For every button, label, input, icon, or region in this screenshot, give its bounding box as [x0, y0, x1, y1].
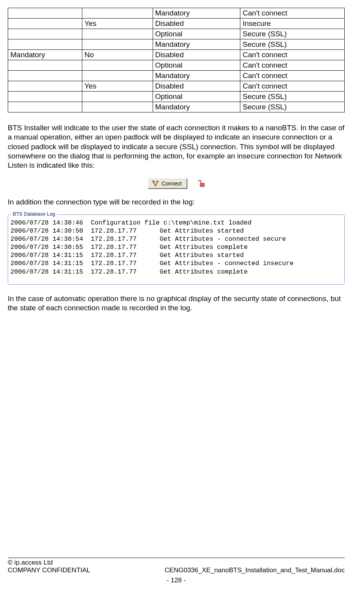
table-cell: Optional	[153, 60, 240, 71]
table-row: MandatorySecure (SSL)	[8, 102, 345, 112]
table-row: OptionalSecure (SSL)	[8, 29, 345, 39]
table-cell: Can't connect	[240, 50, 344, 60]
table-cell: Insecure	[240, 19, 344, 29]
table-row: MandatoryCan't connect	[8, 8, 345, 19]
table-cell: Mandatory	[153, 102, 240, 112]
table-cell: Yes	[82, 19, 153, 29]
svg-rect-1	[156, 181, 158, 182]
table-cell: Disabled	[153, 81, 240, 92]
connect-panel: Connect	[137, 178, 216, 189]
table-cell: Mandatory	[8, 50, 82, 60]
table-cell: Can't connect	[240, 81, 344, 92]
svg-rect-8	[201, 184, 204, 186]
paragraph-2: In addition the connection type will be …	[8, 197, 345, 207]
table-cell: Disabled	[153, 50, 240, 60]
svg-rect-0	[153, 181, 155, 182]
log-legend: BTS Database Log	[11, 211, 57, 217]
log-content: 2006/07/28 14:30:46 Configuration file c…	[10, 219, 342, 276]
table-cell: Can't connect	[240, 8, 344, 19]
table-row: MandatorySecure (SSL)	[8, 39, 345, 50]
table-cell: Mandatory	[153, 8, 240, 19]
table-cell	[82, 60, 153, 71]
table-cell: Mandatory	[153, 39, 240, 50]
table-cell: Secure (SSL)	[240, 102, 344, 112]
table-cell	[8, 92, 82, 102]
table-cell	[82, 92, 153, 102]
table-cell: Can't connect	[240, 71, 344, 81]
network-tree-icon	[152, 180, 159, 187]
table-cell: Yes	[82, 81, 153, 92]
table-row: OptionalSecure (SSL)	[8, 92, 345, 102]
table-cell: Mandatory	[153, 71, 240, 81]
paragraph-3: In the case of automatic operation there…	[8, 294, 345, 313]
table-cell	[8, 39, 82, 50]
table-cell	[8, 71, 82, 81]
table-cell	[82, 71, 153, 81]
table-row: MandatoryCan't connect	[8, 71, 345, 81]
table-cell: Secure (SSL)	[240, 29, 344, 39]
table-cell	[8, 81, 82, 92]
table-cell: Disabled	[153, 19, 240, 29]
table-cell	[8, 60, 82, 71]
table-cell	[82, 102, 153, 112]
table-row: MandatoryNoDisabledCan't connect	[8, 50, 345, 60]
table-cell	[82, 8, 153, 19]
table-cell: Secure (SSL)	[240, 39, 344, 50]
table-cell	[82, 39, 153, 50]
table-cell	[8, 29, 82, 39]
svg-rect-2	[155, 184, 156, 186]
table-cell: Can't connect	[240, 60, 344, 71]
table-cell	[8, 19, 82, 29]
table-cell	[8, 102, 82, 112]
table-row: OptionalCan't connect	[8, 60, 345, 71]
connect-button[interactable]: Connect	[148, 178, 187, 189]
table-cell	[82, 29, 153, 39]
connect-button-label: Connect	[162, 180, 182, 187]
paragraph-1: BTS Installer will indicate to the user …	[8, 123, 345, 170]
ssl-state-table: MandatoryCan't connectYesDisabledInsecur…	[8, 8, 345, 112]
log-groupbox: BTS Database Log 2006/07/28 14:30:46 Con…	[8, 214, 345, 285]
table-cell: No	[82, 50, 153, 60]
table-row: YesDisabledCan't connect	[8, 81, 345, 92]
table-cell: Optional	[153, 29, 240, 39]
table-cell	[8, 8, 82, 19]
open-padlock-icon	[197, 180, 204, 187]
table-cell: Optional	[153, 92, 240, 102]
table-cell: Secure (SSL)	[240, 92, 344, 102]
table-row: YesDisabledInsecure	[8, 19, 345, 29]
